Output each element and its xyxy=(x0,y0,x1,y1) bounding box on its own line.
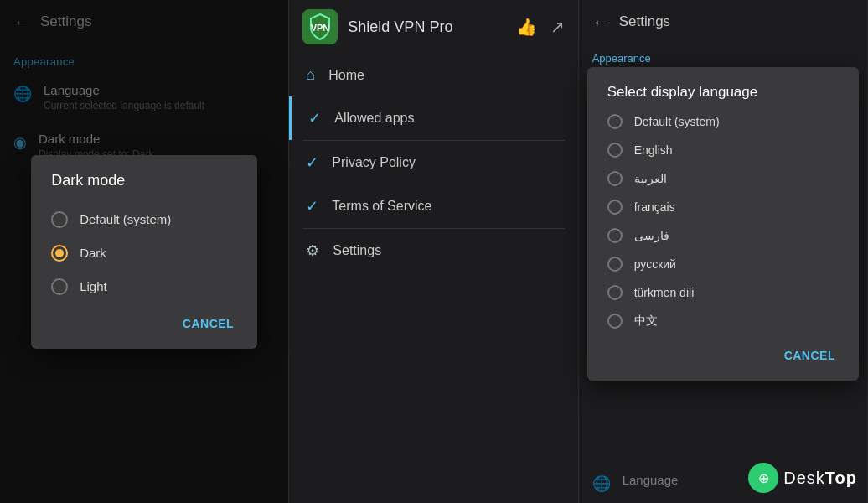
nav-item-settings[interactable]: ⚙ Settings xyxy=(289,229,577,272)
dark-mode-dialog: Dark mode Default (system) Dark Light CA… xyxy=(31,155,257,349)
radio-label-light: Light xyxy=(80,279,107,293)
dark-mode-dialog-title: Dark mode xyxy=(51,172,237,189)
watermark-icon: ⊕ xyxy=(748,463,778,493)
lang-radio-french xyxy=(607,200,623,215)
home-icon: ⌂ xyxy=(306,66,315,84)
app-name-label: Shield VPN Pro xyxy=(348,18,452,36)
lang-label-english: English xyxy=(634,143,673,157)
dark-mode-cancel-button[interactable]: CANCEL xyxy=(179,312,237,335)
app-brand: VPN Shield VPN Pro xyxy=(302,9,452,44)
lang-label-default: Default (system) xyxy=(634,115,720,128)
nav-item-privacy[interactable]: ✓ Privacy Policy xyxy=(289,141,577,184)
check-icon-privacy: ✓ xyxy=(306,153,318,172)
lang-option-turkmen[interactable]: türkmen dili xyxy=(607,278,839,307)
svg-text:VPN: VPN xyxy=(311,23,330,33)
lang-option-default[interactable]: Default (system) xyxy=(607,107,839,136)
nav-label-allowed-apps: Allowed apps xyxy=(334,111,414,126)
nav-label-terms: Terms of Service xyxy=(332,199,431,214)
lang-option-chinese[interactable]: 中文 xyxy=(607,307,839,335)
dark-mode-dialog-actions: CANCEL xyxy=(51,312,237,335)
check-icon-allowed: ✓ xyxy=(308,109,321,127)
nav-item-terms[interactable]: ✓ Terms of Service xyxy=(289,184,577,228)
lang-radio-turkmen xyxy=(607,285,623,300)
radio-dark[interactable]: Dark xyxy=(51,236,237,270)
nav-item-home[interactable]: ⌂ Home xyxy=(289,54,577,96)
lang-radio-english xyxy=(607,143,623,158)
lang-dialog-actions: CANCEL xyxy=(607,344,839,367)
radio-circle-default xyxy=(51,211,68,228)
nav-item-allowed-apps[interactable]: ✓ Allowed apps xyxy=(289,96,577,140)
check-icon-terms: ✓ xyxy=(306,197,318,215)
radio-label-default: Default (system) xyxy=(80,212,171,226)
radio-circle-light xyxy=(51,278,68,295)
share-icon[interactable]: ↗ xyxy=(550,17,565,37)
lang-label-turkmen: türkmen dili xyxy=(634,286,695,299)
header-actions: 👍 ↗ xyxy=(516,17,565,37)
nav-label-settings: Settings xyxy=(333,243,381,258)
vpn-logo-icon: VPN xyxy=(302,9,338,44)
radio-circle-dark xyxy=(51,245,68,262)
lang-option-russian[interactable]: русский xyxy=(607,250,839,278)
lang-radio-chinese xyxy=(607,314,623,329)
lang-dialog-title: Select display language xyxy=(607,84,839,101)
lang-option-english[interactable]: English xyxy=(607,136,839,164)
left-settings-panel: ← Settings Appearance 🌐 Language Current… xyxy=(0,0,289,503)
nav-label-privacy: Privacy Policy xyxy=(332,155,416,170)
lang-radio-arabic xyxy=(607,171,623,186)
watermark-text: DeskTop xyxy=(783,469,857,488)
back-arrow-right[interactable]: ← xyxy=(592,13,609,32)
radio-light[interactable]: Light xyxy=(51,270,237,303)
nav-menu: ⌂ Home ✓ Allowed apps ✓ Privacy Policy ✓… xyxy=(289,54,577,503)
right-settings-panel: ← Settings Appearance 🌐 Language Select … xyxy=(579,0,868,503)
right-language-title: Language xyxy=(623,473,679,487)
lang-radio-russian xyxy=(607,257,623,272)
gear-icon: ⚙ xyxy=(306,241,319,260)
lang-label-farsi: فارسی xyxy=(634,229,669,242)
radio-default-system[interactable]: Default (system) xyxy=(51,203,237,236)
lang-cancel-button[interactable]: CANCEL xyxy=(781,344,839,367)
radio-label-dark: Dark xyxy=(80,246,106,260)
desktop-watermark: ⊕ DeskTop xyxy=(748,463,857,493)
lang-label-french: français xyxy=(634,200,675,214)
lang-option-farsi[interactable]: فارسی xyxy=(607,221,839,250)
thumbs-up-icon[interactable]: 👍 xyxy=(516,17,537,37)
app-header: VPN Shield VPN Pro 👍 ↗ xyxy=(289,0,577,54)
right-globe-icon: 🌐 xyxy=(592,474,611,493)
lang-label-russian: русский xyxy=(634,257,676,271)
lang-radio-default xyxy=(607,114,623,129)
middle-nav-panel: VPN Shield VPN Pro 👍 ↗ ⌂ Home ✓ Allowed … xyxy=(289,0,578,503)
lang-option-arabic[interactable]: العربية xyxy=(607,164,839,193)
lang-label-chinese: 中文 xyxy=(634,314,658,329)
dark-mode-dialog-overlay: Dark mode Default (system) Dark Light CA… xyxy=(0,0,288,503)
lang-label-arabic: العربية xyxy=(634,172,667,185)
language-dialog: Select display language Default (system)… xyxy=(587,67,859,381)
lang-radio-farsi xyxy=(607,228,623,243)
nav-label-home: Home xyxy=(328,68,364,83)
lang-option-french[interactable]: français xyxy=(607,193,839,221)
right-header: ← Settings xyxy=(579,0,867,44)
right-panel-title: Settings xyxy=(619,13,670,30)
